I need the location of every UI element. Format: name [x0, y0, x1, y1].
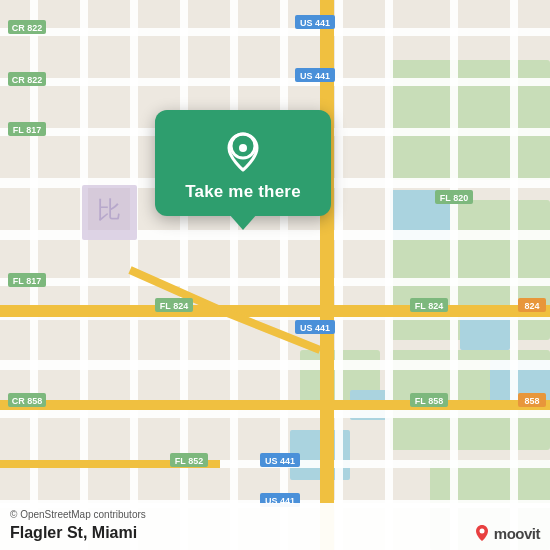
svg-text:US 441: US 441: [300, 18, 330, 28]
svg-text:FL 852: FL 852: [175, 456, 203, 466]
svg-rect-34: [0, 305, 550, 317]
attribution-text: © OpenStreetMap contributors: [10, 509, 540, 520]
svg-text:CR 822: CR 822: [12, 23, 43, 33]
svg-rect-27: [230, 0, 238, 550]
svg-text:858: 858: [524, 396, 539, 406]
location-row: Flagler St, Miami moovit: [10, 524, 540, 542]
moovit-logo: moovit: [473, 524, 540, 542]
svg-text:FL 817: FL 817: [13, 276, 41, 286]
svg-point-77: [479, 529, 484, 534]
svg-rect-29: [335, 0, 343, 550]
svg-text:FL 820: FL 820: [440, 193, 468, 203]
location-name: Flagler St, Miami: [10, 524, 137, 542]
svg-rect-28: [280, 0, 288, 550]
svg-point-76: [239, 144, 247, 152]
svg-text:比: 比: [97, 196, 121, 223]
map-background: CR 822 US 441 FL 817 CR 822 US 441 FL 82…: [0, 0, 550, 550]
popup-label: Take me there: [185, 182, 301, 202]
svg-rect-35: [0, 400, 550, 410]
moovit-brand-text: moovit: [494, 525, 540, 542]
svg-rect-32: [510, 0, 518, 550]
svg-rect-33: [320, 0, 334, 550]
svg-text:FL 858: FL 858: [415, 396, 443, 406]
svg-rect-31: [450, 0, 458, 550]
info-bar: © OpenStreetMap contributors Flagler St,…: [0, 503, 550, 550]
map-container: CR 822 US 441 FL 817 CR 822 US 441 FL 82…: [0, 0, 550, 550]
svg-text:FL 824: FL 824: [160, 301, 188, 311]
svg-text:FL 824: FL 824: [415, 301, 443, 311]
moovit-pin-icon: [473, 524, 491, 542]
svg-text:US 441: US 441: [300, 323, 330, 333]
svg-text:CR 858: CR 858: [12, 396, 43, 406]
svg-rect-30: [385, 0, 393, 550]
svg-text:824: 824: [524, 301, 539, 311]
location-pin-icon: [221, 128, 265, 172]
svg-text:FL 817: FL 817: [13, 125, 41, 135]
svg-text:CR 822: CR 822: [12, 75, 43, 85]
svg-text:US 441: US 441: [265, 456, 295, 466]
svg-text:US 441: US 441: [300, 71, 330, 81]
popup-card[interactable]: Take me there: [155, 110, 331, 216]
